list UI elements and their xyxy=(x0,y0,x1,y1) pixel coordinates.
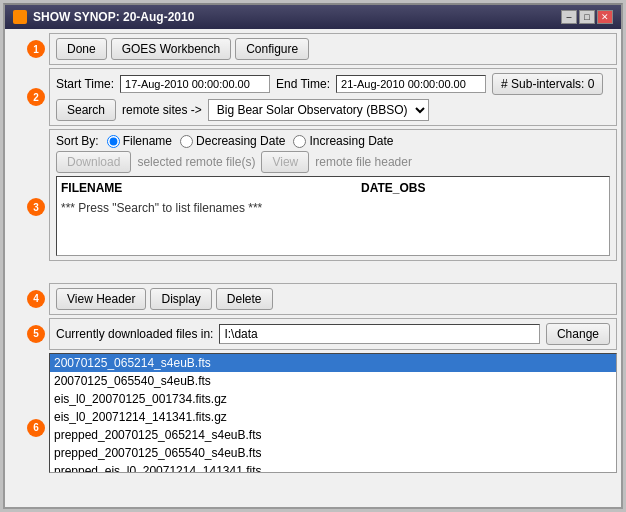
file-results-table: FILENAME DATE_OBS *** Press "Search" to … xyxy=(56,176,610,256)
filename-radio-text: Filename xyxy=(123,134,172,148)
minimize-button[interactable]: – xyxy=(561,10,577,24)
arrow-text: remote sites -> xyxy=(122,103,202,117)
remote-header-label: remote file header xyxy=(315,155,412,169)
delete-button[interactable]: Delete xyxy=(216,288,273,310)
filename-radio-label[interactable]: Filename xyxy=(107,134,172,148)
date-column-header: DATE_OBS xyxy=(361,181,511,195)
selected-label: selected remote file(s) xyxy=(137,155,255,169)
window-controls: – □ ✕ xyxy=(561,10,613,24)
maximize-button[interactable]: □ xyxy=(579,10,595,24)
sort-by-label: Sort By: xyxy=(56,134,99,148)
badge-6: 6 xyxy=(27,419,45,437)
main-window: SHOW SYNOP: 20-Aug-2010 – □ ✕ 1 Done GOE… xyxy=(3,3,623,509)
badge-3: 3 xyxy=(27,198,45,216)
badge-1: 1 xyxy=(27,40,45,58)
configure-button[interactable]: Configure xyxy=(235,38,309,60)
badge-4: 4 xyxy=(27,290,45,308)
file-list-item[interactable]: 20070125_065540_s4euB.fts xyxy=(50,372,616,390)
start-time-input[interactable] xyxy=(120,75,270,93)
badge-2: 2 xyxy=(27,88,45,106)
empty-message: *** Press "Search" to list filenames *** xyxy=(61,197,605,219)
search-button[interactable]: Search xyxy=(56,99,116,121)
downloaded-files-label: Currently downloaded files in: xyxy=(56,327,213,341)
filename-radio[interactable] xyxy=(107,135,120,148)
file-list-item[interactable]: prepped_20070125_065540_s4euB.fts xyxy=(50,444,616,462)
view-header-button[interactable]: View Header xyxy=(56,288,146,310)
end-time-input[interactable] xyxy=(336,75,486,93)
download-button[interactable]: Download xyxy=(56,151,131,173)
downloaded-file-list: 20070125_065214_s4euB.fts20070125_065540… xyxy=(49,353,617,473)
increasing-date-radio[interactable] xyxy=(293,135,306,148)
decreasing-date-text: Decreasing Date xyxy=(196,134,285,148)
window-content: 1 Done GOES Workbench Configure 2 Start … xyxy=(5,29,621,507)
view-button[interactable]: View xyxy=(261,151,309,173)
change-button[interactable]: Change xyxy=(546,323,610,345)
badge-5: 5 xyxy=(27,325,45,343)
subintervals-button[interactable]: # Sub-intervals: 0 xyxy=(492,73,603,95)
file-list-item[interactable]: 20070125_065214_s4euB.fts xyxy=(50,354,616,372)
decreasing-date-radio[interactable] xyxy=(180,135,193,148)
site-select[interactable]: Big Bear Solar Observatory (BBSO) xyxy=(208,99,429,121)
close-button[interactable]: ✕ xyxy=(597,10,613,24)
increasing-date-radio-label[interactable]: Increasing Date xyxy=(293,134,393,148)
goes-workbench-button[interactable]: GOES Workbench xyxy=(111,38,231,60)
display-button[interactable]: Display xyxy=(150,288,211,310)
decreasing-date-radio-label[interactable]: Decreasing Date xyxy=(180,134,285,148)
start-time-label: Start Time: xyxy=(56,77,114,91)
title-bar: SHOW SYNOP: 20-Aug-2010 – □ ✕ xyxy=(5,5,621,29)
file-list-item[interactable]: eis_l0_20071214_141341.fits.gz xyxy=(50,408,616,426)
end-time-label: End Time: xyxy=(276,77,330,91)
app-icon xyxy=(13,10,27,24)
window-title: SHOW SYNOP: 20-Aug-2010 xyxy=(33,10,194,24)
filename-column-header: FILENAME xyxy=(61,181,261,195)
done-button[interactable]: Done xyxy=(56,38,107,60)
file-list-item[interactable]: eis_l0_20070125_001734.fits.gz xyxy=(50,390,616,408)
file-list-item[interactable]: prepped_20070125_065214_s4euB.fts xyxy=(50,426,616,444)
file-list-item[interactable]: prepped_eis_l0_20071214_141341.fits xyxy=(50,462,616,473)
download-path-input[interactable] xyxy=(219,324,540,344)
title-bar-content: SHOW SYNOP: 20-Aug-2010 xyxy=(13,10,194,24)
increasing-date-text: Increasing Date xyxy=(309,134,393,148)
